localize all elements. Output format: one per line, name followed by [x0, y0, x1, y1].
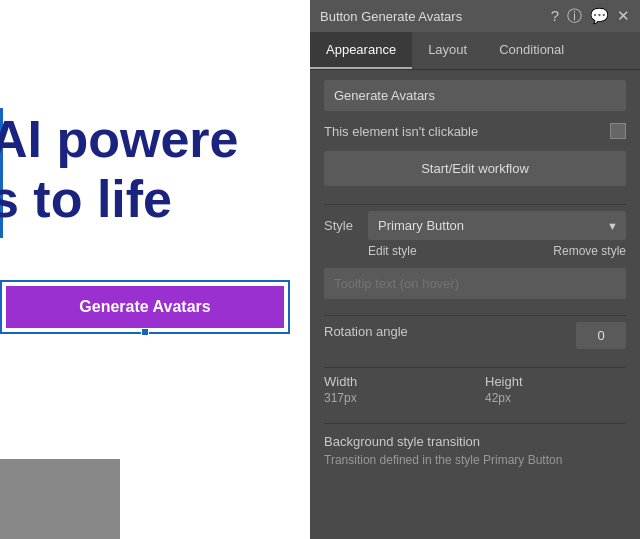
- divider-3: [324, 367, 626, 368]
- edit-style-link[interactable]: Edit style: [368, 244, 417, 258]
- element-name-input[interactable]: [324, 80, 626, 111]
- properties-panel: Button Generate Avatars ? ⓘ 💬 ✕ Appearan…: [310, 0, 640, 539]
- bg-transition-section: Background style transition Transition d…: [324, 434, 626, 467]
- divider-4: [324, 423, 626, 424]
- clickable-checkbox[interactable]: [610, 123, 626, 139]
- panel-tabs: Appearance Layout Conditional: [310, 32, 640, 70]
- rotation-label: Rotation angle: [324, 324, 408, 339]
- style-select-wrapper: Primary Button ▼: [368, 211, 626, 240]
- width-label: Width: [324, 374, 465, 389]
- style-actions: Edit style Remove style: [324, 244, 626, 258]
- chevron-down-icon: ▼: [607, 220, 618, 232]
- tab-conditional[interactable]: Conditional: [483, 32, 580, 69]
- canvas-generate-button[interactable]: Generate Avatars: [6, 286, 284, 328]
- bg-transition-label: Background style transition: [324, 434, 626, 449]
- resize-handle[interactable]: [141, 328, 149, 336]
- canvas-area: AI powere s to life Generate Avatars: [0, 0, 310, 539]
- remove-style-link[interactable]: Remove style: [553, 244, 626, 258]
- tab-appearance[interactable]: Appearance: [310, 32, 412, 69]
- canvas-button-wrapper: Generate Avatars: [0, 280, 290, 334]
- panel-body: This element isn't clickable Start/Edit …: [310, 70, 640, 539]
- width-group: Width 317px: [324, 374, 465, 405]
- canvas-image-area: [0, 459, 120, 539]
- tooltip-input[interactable]: [324, 268, 626, 299]
- height-value: 42px: [485, 391, 626, 405]
- panel-header-icons: ? ⓘ 💬 ✕: [551, 7, 630, 26]
- dimensions-row: Width 317px Height 42px: [324, 374, 626, 405]
- help-icon[interactable]: ?: [551, 7, 559, 26]
- canvas-text-line1: AI powere: [0, 110, 239, 170]
- style-select[interactable]: Primary Button: [368, 211, 626, 240]
- panel-header: Button Generate Avatars ? ⓘ 💬 ✕: [310, 0, 640, 32]
- width-value: 317px: [324, 391, 465, 405]
- style-row: Style Primary Button ▼: [324, 211, 626, 240]
- panel-title: Button Generate Avatars: [320, 9, 462, 24]
- style-label: Style: [324, 218, 360, 233]
- divider-2: [324, 315, 626, 316]
- comment-icon[interactable]: 💬: [590, 7, 609, 26]
- rotation-input[interactable]: [576, 322, 626, 349]
- clickable-checkbox-row: This element isn't clickable: [324, 121, 626, 141]
- height-label: Height: [485, 374, 626, 389]
- close-icon[interactable]: ✕: [617, 7, 630, 26]
- divider-1: [324, 204, 626, 205]
- info-icon[interactable]: ⓘ: [567, 7, 582, 26]
- rotation-row: Rotation angle: [324, 322, 626, 349]
- workflow-button[interactable]: Start/Edit workflow: [324, 151, 626, 186]
- bg-transition-desc: Transition defined in the style Primary …: [324, 453, 626, 467]
- canvas-text-line2: s to life: [0, 170, 172, 230]
- clickable-label: This element isn't clickable: [324, 124, 478, 139]
- tab-layout[interactable]: Layout: [412, 32, 483, 69]
- height-group: Height 42px: [485, 374, 626, 405]
